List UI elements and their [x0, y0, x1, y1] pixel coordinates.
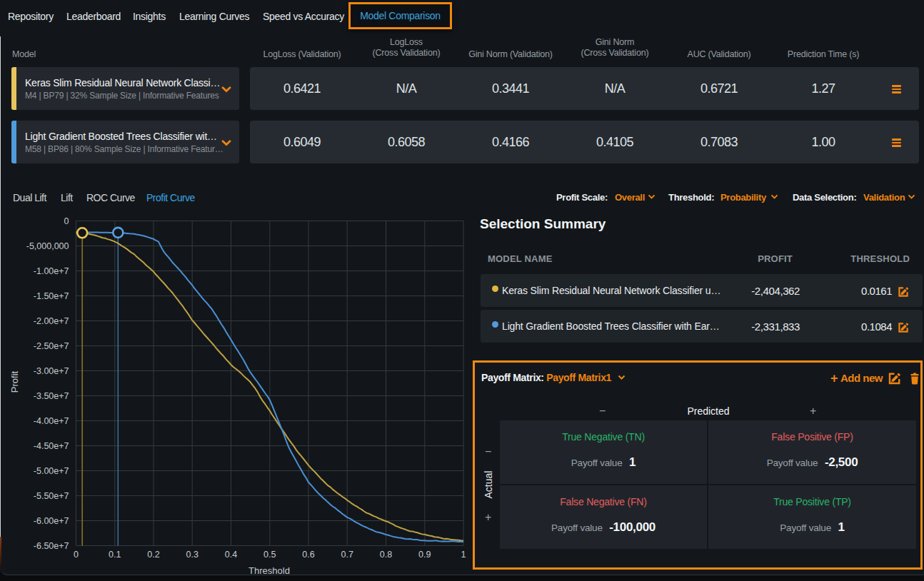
svg-text:0.8: 0.8: [380, 550, 392, 560]
svg-text:-5,000,000: -5,000,000: [26, 241, 69, 251]
svg-text:-5.00e+7: -5.00e+7: [34, 466, 69, 476]
svg-text:-6.50e+7: -6.50e+7: [34, 541, 69, 551]
svg-text:-3.00e+7: -3.00e+7: [34, 366, 69, 376]
svg-text:-4.00e+7: -4.00e+7: [34, 416, 69, 426]
svg-text:-5.50e+7: -5.50e+7: [34, 491, 69, 501]
svg-text:Profit: Profit: [9, 370, 20, 393]
svg-text:-1.50e+7: -1.50e+7: [34, 291, 69, 301]
svg-text:0.2: 0.2: [147, 550, 159, 560]
svg-text:1: 1: [461, 550, 466, 560]
svg-text:-2.00e+7: -2.00e+7: [34, 316, 69, 326]
svg-text:-6.00e+7: -6.00e+7: [34, 516, 69, 526]
svg-text:0: 0: [74, 550, 79, 560]
svg-text:0.4: 0.4: [225, 550, 237, 560]
svg-text:0.3: 0.3: [186, 550, 199, 560]
svg-text:-1.00e+7: -1.00e+7: [34, 266, 69, 276]
svg-text:Threshold: Threshold: [248, 565, 290, 575]
svg-text:-4.50e+7: -4.50e+7: [34, 441, 69, 451]
svg-text:0: 0: [64, 216, 69, 226]
svg-text:-3.50e+7: -3.50e+7: [34, 391, 69, 401]
svg-text:-2.50e+7: -2.50e+7: [34, 341, 69, 351]
svg-text:0.7: 0.7: [341, 550, 353, 560]
svg-text:0.5: 0.5: [263, 550, 276, 560]
svg-text:0.6: 0.6: [302, 550, 314, 560]
svg-text:0.1: 0.1: [109, 550, 121, 560]
svg-text:0.9: 0.9: [418, 550, 431, 560]
